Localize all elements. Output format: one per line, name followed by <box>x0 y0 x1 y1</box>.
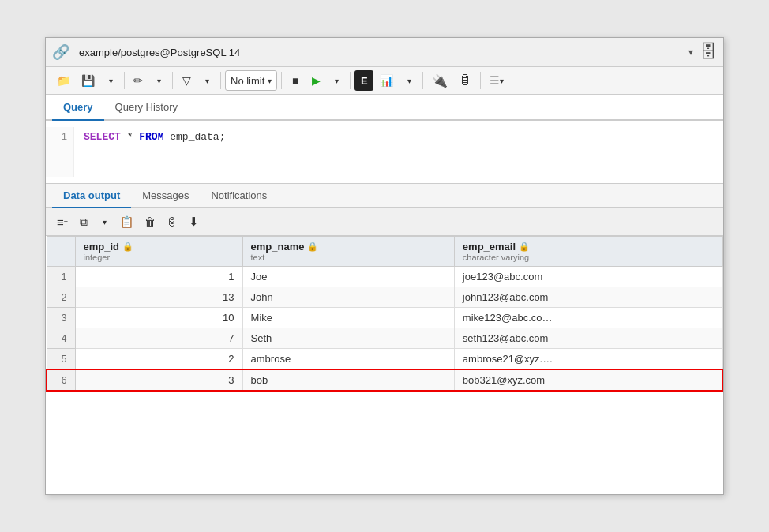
toolbar-separator-6 <box>422 72 423 89</box>
cell-emp_email[interactable]: bob321@xyz.com <box>454 369 722 391</box>
line-number-1: 1 <box>52 129 67 146</box>
table-header-row: emp_id 🔒 integer emp_name 🔒 text <box>47 237 722 267</box>
table-row[interactable]: 310Mikemike123@abc.co… <box>47 308 722 328</box>
tab-messages[interactable]: Messages <box>131 184 200 208</box>
data-toolbar: ≡+ ⧉ ▾ 📋 🗑 🛢 ⬇ <box>46 208 723 236</box>
db-server-icon[interactable]: 🗄 <box>700 42 717 62</box>
cell-emp_name[interactable]: Joe <box>242 267 454 287</box>
filter-button[interactable]: ▽ <box>177 70 196 91</box>
stop-button[interactable]: ■ <box>286 70 305 91</box>
cell-emp_email[interactable]: mike123@abc.co… <box>454 308 722 328</box>
toolbar-separator-2 <box>172 72 173 89</box>
data-table-wrapper: emp_id 🔒 integer emp_name 🔒 text <box>46 236 723 392</box>
table-row[interactable]: 11Joejoe123@abc.com <box>47 267 722 287</box>
delete-button[interactable]: 🗑 <box>140 212 160 232</box>
table-row[interactable]: 52ambroseambrose21@xyz.… <box>47 349 722 370</box>
open-file-button[interactable]: 📁 <box>52 70 75 91</box>
cell-emp_id[interactable]: 10 <box>75 308 242 328</box>
output-tabs: Data output Messages Notifications <box>46 184 723 208</box>
row-number-cell: 6 <box>47 369 75 391</box>
cell-emp_name[interactable]: John <box>242 287 454 308</box>
copy-button[interactable]: ⧉ <box>74 212 93 232</box>
download-button[interactable]: ⬇ <box>184 212 204 232</box>
cell-emp_name[interactable]: ambrose <box>242 349 454 370</box>
cell-emp_id[interactable]: 1 <box>75 267 242 287</box>
sql-star: * <box>127 131 140 143</box>
macro-button[interactable]: 🛢 <box>454 70 476 91</box>
cell-emp_id[interactable]: 13 <box>75 287 242 308</box>
row-number-cell: 4 <box>47 328 75 349</box>
db-connect-icon: 🔗 <box>52 43 69 61</box>
cell-emp_id[interactable]: 7 <box>75 328 242 349</box>
toolbar-separator-3 <box>220 72 221 89</box>
table-row[interactable]: 63bobbob321@xyz.com <box>47 369 722 391</box>
tab-query[interactable]: Query <box>52 95 104 121</box>
run-button[interactable]: ▶ <box>306 70 325 91</box>
sql-table-name: emp_data; <box>170 131 225 143</box>
toolbar-separator-7 <box>480 72 481 89</box>
cell-emp_name[interactable]: bob <box>242 369 454 391</box>
cell-emp_email[interactable]: joe123@abc.com <box>454 267 722 287</box>
main-window: 🔗 example/postgres@PostgreSQL 14 ▾ 🗄 📁 💾… <box>45 37 724 495</box>
sql-keyword-from: FROM <box>139 131 163 143</box>
paste-button[interactable]: 📋 <box>115 212 138 232</box>
cell-emp_id[interactable]: 2 <box>75 349 242 370</box>
row-number-cell: 1 <box>47 267 75 287</box>
cell-emp_email[interactable]: seth123@abc.com <box>454 328 722 349</box>
main-toolbar: 📁 💾 ▾ ✏ ▾ ▽ ▾ No limit ▾ ■ ▶ ▾ E 📊 ▾ 🔌 🛢… <box>46 67 723 95</box>
col-header-emp_email[interactable]: emp_email 🔒 character varying <box>454 237 722 267</box>
cell-emp_id[interactable]: 3 <box>75 369 242 391</box>
chart-chevron-button[interactable]: ▾ <box>400 70 418 91</box>
connection-status-button[interactable]: 🔌 <box>427 70 452 91</box>
tab-query-history[interactable]: Query History <box>104 95 189 121</box>
row-number-cell: 2 <box>47 287 75 308</box>
connection-chevron[interactable]: ▾ <box>688 47 693 58</box>
cell-emp_name[interactable]: Mike <box>242 308 454 328</box>
no-limit-label: No limit <box>231 75 264 87</box>
sql-content[interactable]: SELECT * FROM emp_data; <box>74 127 723 177</box>
cell-emp_email[interactable]: john123@abc.com <box>454 287 722 308</box>
save-button[interactable]: 💾 <box>77 70 99 91</box>
copy-chevron-button[interactable]: ▾ <box>95 212 114 232</box>
edit-button[interactable]: ✏ <box>129 70 148 91</box>
table-row[interactable]: 47Sethseth123@abc.com <box>47 328 722 349</box>
toolbar-separator-5 <box>350 72 351 89</box>
filter-chevron-button[interactable]: ▾ <box>197 70 216 91</box>
sql-editor: 1 SELECT * FROM emp_data; <box>46 121 723 184</box>
table-row[interactable]: 213Johnjohn123@abc.com <box>47 287 722 308</box>
menu-button[interactable]: ☰▾ <box>485 70 508 91</box>
toolbar-separator-1 <box>124 72 125 89</box>
table-body: 11Joejoe123@abc.com213Johnjohn123@abc.co… <box>47 267 722 392</box>
connection-label: example/postgres@PostgreSQL 14 <box>76 47 682 58</box>
explain-button[interactable]: E <box>354 70 373 91</box>
query-tabs: Query Query History <box>46 95 723 121</box>
sql-keyword-select: SELECT <box>84 131 121 143</box>
tab-notifications[interactable]: Notifications <box>200 184 278 208</box>
tab-data-output[interactable]: Data output <box>52 184 131 208</box>
emp-name-lock-icon: 🔒 <box>307 242 318 252</box>
emp-id-lock-icon: 🔒 <box>122 242 133 252</box>
run-chevron-button[interactable]: ▾ <box>327 70 346 91</box>
cell-emp_email[interactable]: ambrose21@xyz.… <box>454 349 722 370</box>
row-number-cell: 3 <box>47 308 75 328</box>
col-header-emp_id[interactable]: emp_id 🔒 integer <box>75 237 242 267</box>
emp-email-lock-icon: 🔒 <box>519 242 530 252</box>
edit-chevron-button[interactable]: ▾ <box>149 70 168 91</box>
no-limit-dropdown[interactable]: No limit ▾ <box>225 70 277 91</box>
save-data-button[interactable]: 🛢 <box>162 212 182 232</box>
top-bar: 🔗 example/postgres@PostgreSQL 14 ▾ 🗄 <box>46 38 723 67</box>
results-table: emp_id 🔒 integer emp_name 🔒 text <box>46 236 723 392</box>
cell-emp_name[interactable]: Seth <box>242 328 454 349</box>
toolbar-separator-4 <box>281 72 282 89</box>
col-header-emp_name[interactable]: emp_name 🔒 text <box>242 237 454 267</box>
add-row-button[interactable]: ≡+ <box>52 212 73 232</box>
row-number-cell: 5 <box>47 349 75 370</box>
col-header-rownum <box>47 237 75 267</box>
save-chevron-button[interactable]: ▾ <box>101 70 120 91</box>
no-limit-chevron: ▾ <box>268 77 272 85</box>
line-numbers: 1 <box>46 127 74 177</box>
chart-button[interactable]: 📊 <box>375 70 398 91</box>
